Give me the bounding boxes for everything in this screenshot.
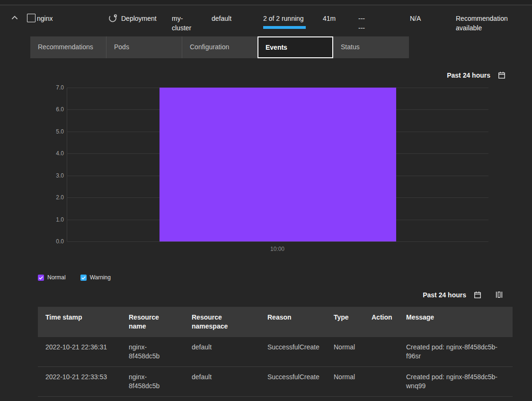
column-header-resource-name[interactable]: Resource name [121, 307, 184, 337]
table-cell: default [184, 337, 260, 367]
table-time-range-label: Past 24 hours [423, 291, 466, 299]
table-cell: SuccessfulCreate [260, 397, 326, 401]
running-progress-bar [263, 26, 306, 29]
placeholder-bottom: --- [358, 23, 365, 33]
checked-checkbox-icon[interactable] [38, 275, 44, 281]
chart-legend: NormalWarning [38, 274, 111, 281]
namespace: default [212, 14, 231, 23]
y-axis-tick: 7.0 [45, 84, 64, 91]
events-bar-chart: 7.06.05.04.03.02.01.00.0 [67, 88, 488, 241]
events-table: Time stampResource nameResource namespac… [38, 307, 513, 401]
gridline [67, 241, 488, 242]
legend-item-warning[interactable]: Warning [80, 274, 111, 281]
table-cell [364, 337, 399, 367]
column-header-time-stamp[interactable]: Time stamp [38, 307, 121, 337]
column-header-reason[interactable]: Reason [260, 307, 326, 337]
top-divider [0, 5, 532, 5]
column-header-action[interactable]: Action [364, 307, 399, 337]
na-value: N/A [410, 14, 421, 23]
table-row: 2022-10-21 22:36:31nginx-8f458dc5bdefaul… [38, 337, 513, 367]
y-axis-tick: 1.0 [45, 216, 64, 223]
y-axis-tick: 5.0 [45, 128, 64, 135]
resource-kind: Deployment [121, 14, 157, 23]
table-cell: default [184, 367, 260, 397]
tab-configuration[interactable]: Configuration [182, 36, 257, 58]
table-cell: Created pod: nginx-8f458dc5b-f96sr [399, 337, 513, 367]
column-header-resource-namespace[interactable]: Resource namespace [184, 307, 260, 337]
table-cell: SuccessfulCreate [260, 367, 326, 397]
table-cell: Created pod: nginx-8f458dc5b-qrxlb [399, 397, 513, 401]
y-axis-tick: 3.0 [45, 172, 64, 179]
table-row: 2022-10-21 22:18:28nginx-8f458dc5bdefaul… [38, 397, 513, 401]
table-cell: Normal [326, 397, 364, 401]
bar-10:00 [160, 88, 396, 241]
legend-label: Warning [90, 274, 111, 281]
y-axis-tick: 2.0 [45, 194, 64, 201]
table-cell [364, 367, 399, 397]
y-axis-tick: 6.0 [45, 106, 64, 113]
table-cell [364, 397, 399, 401]
y-axis-tick: 4.0 [45, 150, 64, 157]
resource-name[interactable]: nginx [37, 14, 53, 23]
tab-status[interactable]: Status [333, 36, 409, 58]
x-axis-tick: 10:00 [263, 246, 292, 252]
column-header-type[interactable]: Type [326, 307, 364, 337]
legend-label: Normal [47, 274, 66, 281]
table-cell: 2022-10-21 22:18:28 [38, 397, 121, 401]
chart-time-range-label: Past 24 hours [447, 71, 490, 79]
y-axis-tick: 0.0 [45, 238, 64, 245]
recommendation-badge[interactable]: Recommendation available [456, 14, 513, 33]
tab-events[interactable]: Events [257, 36, 333, 58]
table-cell: Normal [326, 337, 364, 367]
age: 41m [323, 14, 336, 23]
table-cell: nginx-8f458dc5b [121, 397, 184, 401]
calendar-icon[interactable] [473, 291, 482, 299]
table-cell: Normal [326, 367, 364, 397]
events-page: { "header": { "name": "nginx", "kind_lab… [0, 0, 532, 401]
table-cell: SuccessfulCreate [260, 337, 326, 367]
column-settings-icon[interactable] [495, 291, 504, 299]
row-checkbox[interactable] [27, 14, 35, 22]
table-cell: nginx-8f458dc5b [121, 367, 184, 397]
chart-time-range: Past 24 hours [447, 71, 506, 80]
table-cell: nginx-8f458dc5b [121, 337, 184, 367]
tab-pods[interactable]: Pods [106, 36, 182, 58]
bar-segment-normal [160, 88, 396, 241]
table-cell: Created pod: nginx-8f458dc5b-wnq99 [399, 367, 513, 397]
placeholder-top: --- [358, 14, 365, 23]
tab-bar: RecommendationsPodsConfigurationEventsSt… [30, 36, 409, 58]
table-body: 2022-10-21 22:36:31nginx-8f458dc5bdefaul… [38, 337, 513, 401]
placeholder-values: --- --- [358, 14, 365, 33]
deployment-icon [108, 13, 117, 23]
table-time-range: Past 24 hours [423, 291, 504, 299]
collapse-chevron-icon[interactable] [10, 14, 19, 22]
tab-recommendations[interactable]: Recommendations [30, 36, 106, 58]
legend-item-normal[interactable]: Normal [38, 274, 66, 281]
checked-checkbox-icon[interactable] [80, 275, 87, 281]
table-header-row: Time stampResource nameResource namespac… [38, 307, 513, 337]
top-strip [0, 0, 532, 5]
table-cell: 2022-10-21 22:36:31 [38, 337, 121, 367]
column-header-message[interactable]: Message [399, 307, 513, 337]
table-cell: 2022-10-21 22:33:53 [38, 367, 121, 397]
cluster-name: my-cluster [172, 14, 201, 33]
table-cell: default [184, 397, 260, 401]
calendar-icon[interactable] [497, 71, 506, 80]
table-row: 2022-10-21 22:33:53nginx-8f458dc5bdefaul… [38, 367, 513, 397]
running-status: 2 of 2 running [263, 14, 304, 23]
